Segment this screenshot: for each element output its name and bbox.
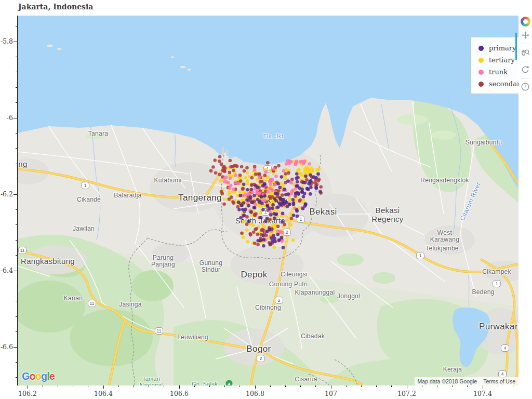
route-shield: 1: [81, 182, 89, 189]
map-label: Leuwiliang: [177, 334, 208, 341]
x-tick-label: 107: [315, 390, 347, 397]
google-logo-letter: o: [30, 370, 35, 382]
legend-swatch-icon: [478, 70, 484, 75]
axis-tick: [43, 385, 43, 387]
map-label: ng: [18, 160, 27, 169]
map-label: Cibinong: [255, 304, 281, 311]
map-label: Karian: [64, 295, 83, 302]
axis-tick: [16, 209, 17, 210]
axis-tick: [224, 385, 225, 387]
help-icon: ?: [521, 82, 530, 91]
bokeh-logo[interactable]: [521, 17, 530, 26]
x-tick-label: 106.8: [240, 390, 271, 397]
legend-label: secondary: [489, 80, 518, 88]
reset-tool-button[interactable]: [519, 63, 531, 76]
google-logo[interactable]: Google: [22, 370, 55, 382]
google-logo-letter: G: [22, 370, 30, 382]
map-data-copyright: Map data ©2018 Google: [415, 377, 481, 385]
axis-tick: [16, 224, 17, 225]
map-label: Rangkasbitung: [21, 257, 75, 266]
toolbar-separator: [521, 44, 530, 44]
route-shield: 2: [283, 229, 291, 236]
axis-tick: [16, 72, 17, 72]
axis-tick: [16, 179, 17, 179]
map-label: Bedeng: [472, 289, 494, 296]
axis-tick: [134, 385, 134, 387]
map-label: Keraja: [443, 366, 462, 373]
map-label: Klapanunggal: [295, 289, 335, 296]
map-label: Jakarta: [257, 195, 288, 205]
axis-tick: [467, 385, 468, 387]
map-label: ParungPanjang: [151, 255, 175, 269]
help-tool-button[interactable]: ?: [519, 81, 531, 93]
axis-tick: [194, 385, 195, 387]
axis-tick: [16, 331, 17, 332]
axis-tick: [376, 385, 377, 387]
route-shield: 2: [257, 355, 265, 362]
y-tick-label: -5.8: [0, 37, 13, 45]
axis-tick: [452, 385, 453, 387]
axis-tick: [285, 385, 286, 387]
legend-item: primary: [471, 42, 518, 54]
legend-item: trunk: [471, 66, 518, 78]
axis-tick: [88, 385, 88, 387]
y-tick-label: -6: [0, 114, 13, 122]
map-label: Gunung Putri: [269, 281, 308, 288]
route-shield: 11: [88, 300, 96, 307]
axis-tick: [422, 385, 422, 387]
legend-label: primary: [489, 44, 516, 52]
axis-tick: [437, 385, 437, 387]
axis-tick: [14, 271, 17, 271]
map-label: Cikampek: [482, 269, 511, 275]
x-tick-label: 106.4: [88, 390, 119, 397]
legend-label: tertiary: [489, 56, 515, 64]
toolbar-separator: [521, 61, 530, 61]
wheel-zoom-icon: [521, 48, 530, 58]
axis-tick: [300, 385, 301, 387]
pan-tool-button[interactable]: [519, 29, 531, 42]
map-label: Cibadak: [301, 333, 325, 340]
axis-tick: [407, 385, 407, 389]
route-shield: 4: [498, 370, 507, 378]
map-label: Balaradja: [114, 192, 141, 199]
terms-of-use-link[interactable]: Terms of Use: [480, 377, 518, 385]
x-tick-label: 106.2: [12, 390, 43, 397]
wheel-zoom-tool-button[interactable]: [519, 46, 531, 59]
axis-tick: [164, 385, 164, 387]
y-tick-label: -6.6: [0, 343, 13, 351]
axis-tick: [16, 286, 17, 286]
google-logo-letter: o: [35, 370, 41, 382]
bokeh-figure: Jakarta, Indonesia: [0, 0, 532, 399]
pan-icon: [521, 31, 530, 41]
axis-tick: [498, 385, 498, 387]
mountain-icon: ▲: [226, 380, 233, 386]
google-logo-letter: e: [49, 370, 55, 382]
axis-tick: [16, 362, 17, 363]
axis-tick: [513, 385, 513, 387]
map-label: Telukjambe: [425, 245, 459, 252]
map-label: Kutabumi: [154, 177, 181, 184]
legend-item: secondary: [471, 78, 518, 90]
map-plot-area[interactable]: Tlk. JktTanarangKutabumiBalaradjaCikande…: [17, 16, 518, 385]
axis-tick: [149, 385, 149, 387]
route-shield: 2: [275, 297, 283, 304]
axis-tick: [16, 316, 17, 317]
map-label: WestKarawang: [430, 230, 459, 244]
axis-tick: [16, 301, 17, 301]
route-shield: 1: [416, 252, 424, 259]
axis-tick: [16, 164, 17, 164]
axis-tick: [16, 240, 17, 241]
axis-tick: [73, 385, 73, 387]
route-shield: 1: [263, 165, 272, 172]
y-tick-label: -6.2: [0, 190, 13, 198]
legend-swatch-icon: [478, 82, 484, 87]
axis-tick: [255, 385, 256, 389]
map-label: Tangerang: [178, 193, 222, 203]
axis-tick: [16, 57, 17, 57]
map-label: GunungSindur: [200, 260, 223, 274]
bokeh-toolbar: ?: [518, 17, 532, 94]
axis-tick: [103, 385, 104, 389]
toolbar-separator: [521, 78, 530, 78]
map-label: TamanNasional: [140, 376, 163, 385]
svg-text:?: ?: [524, 84, 527, 89]
